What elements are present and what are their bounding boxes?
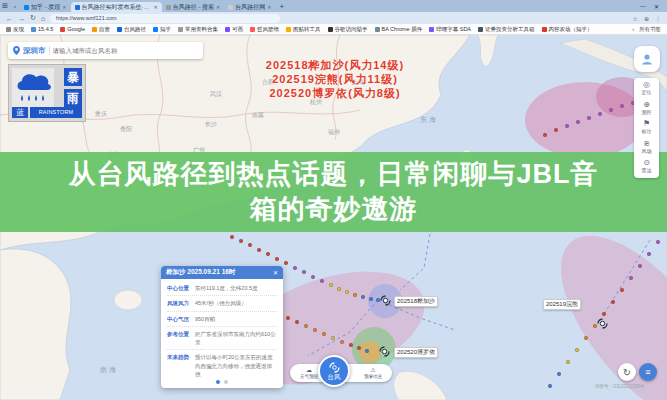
typhoon-icon-bualoi[interactable] [379,346,390,357]
menu-icon: ≡ [645,367,650,377]
browser-tab[interactable]: 台风路径 - 搜索✕ [162,2,225,12]
bookmark-item[interactable]: 可画 [225,26,243,33]
bookmark-item[interactable]: 谷歌访问助手 [328,26,368,33]
bookmarks-overflow-icon[interactable]: › [632,26,634,32]
addressbar-icon[interactable]: ⊕ [644,15,649,22]
bookmark-item[interactable]: 哲风壁纸 [250,26,279,33]
refresh-button[interactable]: ↻ [618,363,636,381]
bookmark-item[interactable]: 发现 [6,26,24,33]
warning-char-1: 暴 [64,68,82,86]
typhoon-swirl-icon [329,362,340,373]
bookmark-item[interactable]: 常用资料合集 [178,26,218,33]
pagination-dot[interactable] [216,380,220,384]
warning-char-2: 雨 [64,89,82,107]
addressbar-icon[interactable]: ⋮ [655,15,661,22]
popup-row: 未来趋势预计以每小时20公里左右的速度向西偏北方向移动，强度逐渐加强 [167,350,277,381]
browser-tab[interactable]: 知乎 - 发现✕ [20,2,71,12]
bookmarks-bar: 发现15.4.5Google自营台风路径知乎常用资料合集可画哲风壁纸图贴转工具谷… [0,24,667,35]
popup-header[interactable]: 桦加沙 2025.09.21 16时 ✕ [161,266,283,279]
bookmark-item[interactable]: 哔哩字幕 SDA [429,26,471,33]
city-label: 重庆 [95,110,107,119]
tab-close-icon[interactable]: ✕ [154,4,158,10]
layers-menu-button[interactable]: ≡ [639,363,657,381]
wind-icon: ≋ [643,139,650,148]
addressbar-icon[interactable]: ☆ [633,15,638,22]
toolbar-item-定位[interactable]: ◎定位 [642,80,652,100]
popup-body: 中心位置东经119.1度，北纬20.5度风速风力45米/秒（强台风级）中心气压9… [161,279,283,381]
home-icon[interactable]: ⌂ [41,15,45,22]
toolbar-item-label: 定位 [642,89,652,95]
typhoon-map[interactable]: 成都重庆武汉合肥上海杭州南昌长沙贵阳福州广州南宁东海南海 202518桦加沙20… [0,35,667,400]
tab-close-icon[interactable]: ✕ [267,4,271,10]
search-input[interactable] [53,47,199,54]
current-city-label[interactable]: 深圳市 [23,46,46,56]
close-window-button[interactable]: ✕ [654,3,659,10]
browser-tab[interactable]: 台风路径网✕ [224,2,275,12]
bookmark-favicon [92,27,97,32]
map-search-box[interactable]: 深圳市 [8,42,203,59]
popup-row-value: 950百帕 [195,315,277,323]
reload-icon[interactable]: ↻ [30,14,36,22]
toolbar-item-标注[interactable]: ⚑标注 [642,119,652,139]
close-icon[interactable]: ✕ [273,269,278,276]
typhoon-icon-ragasa[interactable] [380,295,391,306]
popup-row-label: 中心气压 [167,315,195,323]
popup-pagination[interactable] [161,380,283,384]
rainstorm-warning-badge[interactable]: 暴 雨 蓝 RAINSTORM [8,64,86,122]
back-icon[interactable]: ← [6,15,13,22]
bookmark-item[interactable]: BA Chrome 插件 [375,26,423,33]
typhoon-name-label[interactable]: 202518桦加沙 [394,296,438,307]
tab-strip: ⊞ ▫ 知乎 - 发现✕台风路径实时发布系统·广东✕台风路径 - 搜索✕台风路径… [0,0,667,12]
typhoon-list-item[interactable]: 202518桦加沙(风力14级) [205,58,465,72]
typhoon-name-label[interactable]: 202520博罗依 [394,347,438,358]
popup-row: 中心位置东经119.1度，北纬20.5度 [167,281,277,296]
bookmark-item[interactable]: 证券投资分析工具箱 [478,26,535,33]
tab-close-icon[interactable]: ✕ [216,4,220,10]
typhoon-name-label[interactable]: 202519浣熊 [543,299,581,310]
toolbar-item-风场[interactable]: ≋风场 [642,139,652,159]
radar-icon: ⊙ [643,158,650,167]
all-bookmarks-button[interactable]: 所有书签 [639,26,661,33]
active-typhoon-list: 202518桦加沙(风力14级)202519浣熊(风力11级)202520博罗依… [205,58,465,100]
toolbar-item-测距[interactable]: ⊕测距 [642,100,652,120]
user-avatar-button[interactable] [634,46,660,72]
popup-row-value: 预计以每小时20公里左右的速度向西偏北方向移动，强度逐渐加强 [195,353,277,378]
bookmark-label: 证券投资分析工具箱 [485,26,535,33]
bookmark-item[interactable]: 图贴转工具 [286,26,321,33]
typhoon-list-item[interactable]: 202520博罗依(风力8级) [205,86,465,100]
forward-icon[interactable]: → [18,15,25,22]
minimize-button[interactable]: — [640,3,646,10]
typhoon-icon-neoguri[interactable] [597,318,608,329]
bookmark-item[interactable]: 内容农场（知乎） [542,26,593,33]
url-field[interactable]: https://www.wztf121.com [50,14,280,23]
bookmark-favicon [60,27,65,32]
bookmark-item[interactable]: 自营 [92,26,110,33]
popup-row-value: 东经119.1度，北纬20.5度 [195,284,277,292]
tab-close-icon[interactable]: ✕ [62,4,66,10]
bookmark-label: 哔哩字幕 SDA [436,26,471,33]
toolbar-item-雷达[interactable]: ⊙雷达 [642,158,652,178]
new-tab-button[interactable]: + [280,2,285,11]
bookmark-item[interactable]: Google [60,26,85,32]
typhoon-list-item[interactable]: 202519浣熊(风力11级) [205,72,465,86]
bookmark-label: 可画 [232,26,243,33]
weather-forecast-button[interactable]: ☁ 天气预报 [300,364,318,382]
bookmark-item[interactable]: 台风路径 [117,26,146,33]
browser-tab[interactable]: 台风路径实时发布系统·广东✕ [71,2,162,12]
typhoon-detail-popup: 桦加沙 2025.09.21 16时 ✕ 中心位置东经119.1度，北纬20.5… [161,266,283,388]
pinned-tab-icon[interactable]: ▫ [10,3,20,10]
typhoon-mode-button[interactable]: 台风 [318,355,350,387]
popup-row-label: 风速风力 [167,299,195,307]
pagination-dot[interactable] [224,380,228,384]
tab-favicon [24,5,29,10]
sea-label: 南海 [100,365,118,375]
bookmark-item[interactable]: 15.4.5 [31,26,53,32]
apps-grid-icon[interactable]: ⊞ [0,2,10,10]
map-side-toolbar: ◎定位⊕测距⚑标注≋风场⊙雷达 [634,78,659,178]
bookmark-label: 常用资料合集 [185,26,218,33]
bookmark-favicon [328,27,333,32]
alert-icon: ⚠ [370,367,375,374]
cloud-icon: ☁ [306,367,312,374]
bookmark-item[interactable]: 知乎 [153,26,171,33]
warning-info-button[interactable]: ⚠ 预警信息 [364,364,382,382]
